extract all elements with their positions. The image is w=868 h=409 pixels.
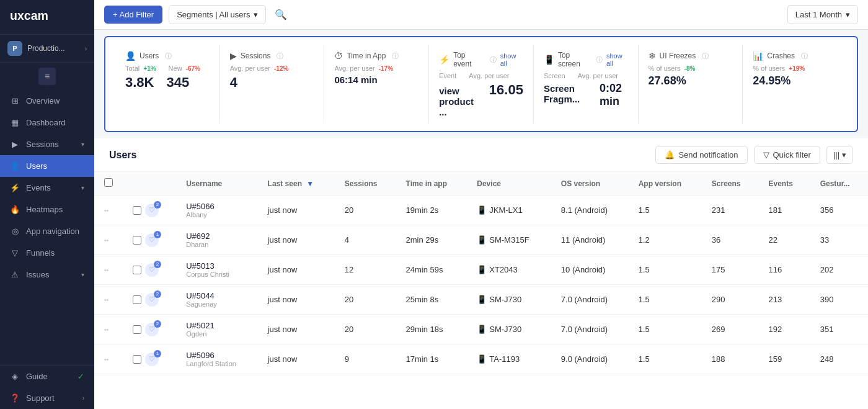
user-id: U#692 <box>186 231 247 241</box>
quick-filter-button[interactable]: ▽ Quick filter <box>754 146 820 164</box>
os-cell: 9.0 (Android) <box>551 344 629 374</box>
sidebar-item-heatmaps[interactable]: 🔥 Heatmaps <box>0 199 94 220</box>
svg-text:uxcam: uxcam <box>10 9 48 22</box>
row-checkbox[interactable] <box>133 355 141 364</box>
events-cell: 192 <box>759 315 810 344</box>
row-checkbox[interactable] <box>133 266 141 274</box>
metric-title-top-screen: Top screen <box>558 51 590 68</box>
info-icon[interactable]: ⓘ <box>392 52 399 61</box>
row-checkbox[interactable] <box>133 236 141 245</box>
metric-value: 16.05 <box>489 82 523 98</box>
user-id: U#5066 <box>186 202 247 211</box>
heart-count: 1 <box>154 231 161 238</box>
sidebar-item-app-navigation[interactable]: ◎ App navigation <box>0 220 94 242</box>
col-header-3[interactable]: Last seen ▼ <box>258 172 335 196</box>
heart-icon[interactable]: ♡1 <box>145 353 159 366</box>
col-header-2[interactable]: Username <box>176 172 257 196</box>
username-cell[interactable]: U#5096 Langford Station <box>176 344 257 374</box>
sidebar-item-issues[interactable]: ⚠ Issues ▾ <box>0 264 94 285</box>
metric-header: 📊 Crashes ⓘ <box>753 51 837 61</box>
heart-icon[interactable]: ♡1 <box>145 233 159 247</box>
app-version-cell: 1.5 <box>629 315 702 344</box>
row-dots: •• <box>94 255 123 285</box>
heart-count: 2 <box>154 261 161 268</box>
os-cell: 8.1 (Android) <box>551 196 629 225</box>
nav-label-users: Users <box>26 161 84 171</box>
last-seen-cell: just now <box>258 196 335 225</box>
row-checkbox-cell: ♡2 <box>123 255 176 285</box>
sidebar-item-support[interactable]: ❓ Support › <box>0 387 94 409</box>
add-filter-button[interactable]: + Add Filter <box>104 6 162 24</box>
col-header-4[interactable]: Sessions <box>335 172 396 196</box>
info-icon[interactable]: ⓘ <box>165 52 172 61</box>
sidebar-item-events[interactable]: ⚡ Events ▾ <box>0 177 94 199</box>
metric-sub-label: % of users +19% <box>753 65 805 72</box>
heart-icon[interactable]: ♡2 <box>145 204 159 217</box>
col-header-0 <box>94 172 123 196</box>
col-header-8[interactable]: App version <box>629 172 702 196</box>
sidebar-item-sessions[interactable]: ▶ Sessions ▾ <box>0 133 94 155</box>
col-header-5[interactable]: Time in app <box>396 172 467 196</box>
sessions-cell: 12 <box>335 255 396 285</box>
info-icon[interactable]: ⓘ <box>801 52 808 61</box>
events-cell: 116 <box>759 255 810 285</box>
username-cell[interactable]: U#5044 Saguenay <box>176 285 257 315</box>
row-checkbox[interactable] <box>133 325 141 334</box>
show-all-link[interactable]: show all <box>500 52 523 67</box>
chevron-down-icon: ▾ <box>81 184 84 191</box>
info-icon[interactable]: ⓘ <box>702 52 709 61</box>
segment-selector[interactable]: Segments | All users ▾ <box>169 5 266 24</box>
username-cell[interactable]: U#692 Dharan <box>176 225 257 255</box>
metric-title-users: Users <box>140 52 159 60</box>
last-seen-cell: just now <box>258 255 335 285</box>
sidebar-item-guide[interactable]: ◈ Guide ✓ <box>0 366 94 387</box>
sidebar-item-overview[interactable]: ⊞ Overview <box>0 90 94 112</box>
heart-icon[interactable]: ♡2 <box>145 263 159 277</box>
sidebar-filter-button[interactable]: ≡ <box>38 68 56 85</box>
sidebar-item-dashboard[interactable]: ▦ Dashboard <box>0 112 94 133</box>
row-dots: •• <box>94 285 123 315</box>
select-all-checkbox[interactable] <box>104 178 113 187</box>
username-cell[interactable]: U#5013 Corpus Christi <box>176 255 257 285</box>
info-icon[interactable]: ⓘ <box>490 55 497 65</box>
users-table-wrap: UsernameLast seen ▼SessionsTime in appDe… <box>94 172 868 409</box>
table-row: •• ♡2 U#5021 Ogden just now 20 29min 18s… <box>94 315 868 344</box>
metric-icon-top-screen: 📱 <box>544 55 554 65</box>
workspace-name: Productio... <box>27 44 85 53</box>
col-header-6[interactable]: Device <box>467 172 551 196</box>
sidebar-item-users[interactable]: 👤 Users <box>0 155 94 177</box>
app-version-cell: 1.5 <box>629 196 702 225</box>
heart-icon[interactable]: ♡2 <box>145 293 159 307</box>
info-icon[interactable]: ⓘ <box>277 52 283 61</box>
username-cell[interactable]: U#5021 Ogden <box>176 315 257 344</box>
metric-sub-label: Avg. per user -12% <box>230 65 289 72</box>
metric-title-crashes: Crashes <box>767 52 795 60</box>
nav-icon-app-navigation: ◎ <box>10 227 20 236</box>
col-header-9[interactable]: Screens <box>702 172 759 196</box>
workspace-icon: P <box>7 41 22 56</box>
workspace-selector[interactable]: P Productio... › <box>0 35 94 63</box>
metric-header: ❄ UI Freezes ⓘ <box>649 51 733 61</box>
heart-icon[interactable]: ♡2 <box>145 323 159 336</box>
row-checkbox[interactable] <box>133 295 141 304</box>
metric-value: view product ... <box>439 86 477 117</box>
date-selector[interactable]: Last 1 Month ▾ <box>787 5 858 24</box>
sidebar-item-funnels[interactable]: ▽ Funnels <box>0 242 94 264</box>
sessions-cell: 4 <box>335 225 396 255</box>
row-checkbox[interactable] <box>133 206 141 215</box>
search-button[interactable]: 🔍 <box>272 6 290 23</box>
show-all-link[interactable]: show all <box>606 52 628 67</box>
metric-icon-users: 👤 <box>125 51 136 61</box>
events-cell: 181 <box>759 196 810 225</box>
username-cell[interactable]: U#5066 Albany <box>176 196 257 225</box>
send-notification-button[interactable]: 🔔 Send notification <box>655 146 747 164</box>
metric-card-users: 👤 Users ⓘ Total +1%New -67% 3.8K345 <box>115 45 220 124</box>
columns-button[interactable]: ||| ▾ <box>826 146 853 164</box>
gestures-cell: 248 <box>810 344 868 374</box>
gestures-cell: 202 <box>810 255 868 285</box>
info-icon[interactable]: ⓘ <box>596 55 603 65</box>
nav-icon-heatmaps: 🔥 <box>10 205 20 214</box>
col-header-11[interactable]: Gestur... <box>810 172 868 196</box>
col-header-7[interactable]: OS version <box>551 172 629 196</box>
col-header-10[interactable]: Events <box>759 172 810 196</box>
